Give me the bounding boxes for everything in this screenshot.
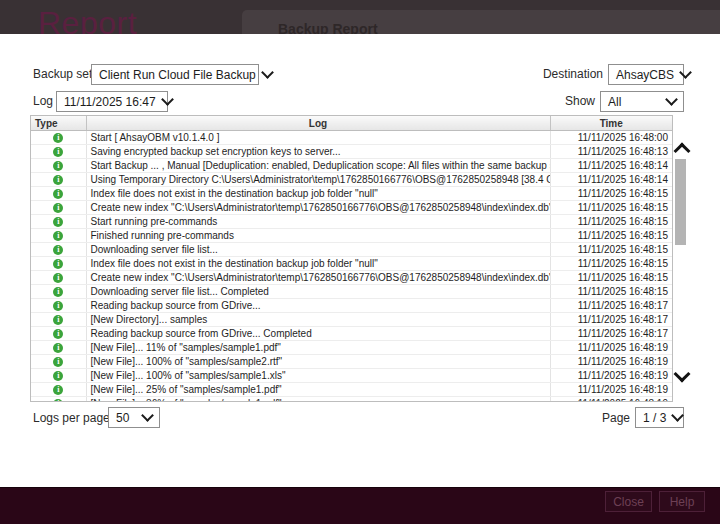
destination-value: AhsayCBS xyxy=(616,68,674,82)
log-cell: Using Temporary Directory C:\Users\Admin… xyxy=(86,173,550,187)
log-cell: Downloading server file list... Complete… xyxy=(86,285,550,299)
info-icon: i xyxy=(53,315,63,325)
type-cell: i xyxy=(31,173,86,187)
info-icon: i xyxy=(53,301,63,311)
info-icon: i xyxy=(53,343,63,353)
chevron-down-icon xyxy=(141,409,154,422)
type-cell: i xyxy=(31,327,86,341)
log-cell: Saving encrypted backup set encryption k… xyxy=(86,145,550,159)
log-table-body: iStart [ AhsayOBM v10.1.4.0 ]11/11/2025 … xyxy=(31,131,672,403)
time-cell: 11/11/2025 16:48:15 xyxy=(550,271,672,285)
backup-set-value: Client Run Cloud File Backup xyxy=(99,68,256,82)
time-cell: 11/11/2025 16:48:15 xyxy=(550,201,672,215)
table-header-row: Type Log Time xyxy=(31,116,672,131)
log-cell: [New File]... 36% of "samples/sample1.pd… xyxy=(86,397,550,403)
table-row: iReading backup source from GDrive... Co… xyxy=(31,327,672,341)
time-cell: 11/11/2025 16:48:00 xyxy=(550,131,672,145)
time-cell: 11/11/2025 16:48:15 xyxy=(550,215,672,229)
destination-select[interactable]: AhsayCBS xyxy=(608,64,684,85)
backup-report-dialog: Backup set Client Run Cloud File Backup … xyxy=(0,34,720,487)
log-cell: [New Directory]... samples xyxy=(86,313,550,327)
screen: Report Backup Report Backup set Client R… xyxy=(0,0,720,524)
time-cell: 11/11/2025 16:48:14 xyxy=(550,159,672,173)
background-page-header: Report Backup Report xyxy=(0,0,720,34)
info-icon: i xyxy=(53,147,63,157)
table-row: i[New File]... 100% of "samples/sample2.… xyxy=(31,355,672,369)
info-icon: i xyxy=(53,273,63,283)
dialog-footer: Close xyxy=(0,438,720,487)
table-row: iIndex file does not exist in the destin… xyxy=(31,257,672,271)
log-label: Log xyxy=(33,91,53,112)
info-icon: i xyxy=(53,133,63,143)
tab-backup-report[interactable]: Backup Report xyxy=(278,21,378,34)
time-cell: 11/11/2025 16:48:17 xyxy=(550,327,672,341)
background-help-button[interactable]: Help xyxy=(659,491,705,512)
type-cell: i xyxy=(31,145,86,159)
type-cell: i xyxy=(31,257,86,271)
log-cell: Index file does not exist in the destina… xyxy=(86,187,550,201)
time-cell: 11/11/2025 16:48:15 xyxy=(550,229,672,243)
backup-set-label: Backup set xyxy=(33,64,92,85)
show-select[interactable]: All xyxy=(600,91,684,112)
info-icon: i xyxy=(53,399,63,403)
log-value: 11/11/2025 16:47 xyxy=(64,95,156,109)
type-cell: i xyxy=(31,243,86,257)
type-cell: i xyxy=(31,187,86,201)
info-icon: i xyxy=(53,175,63,185)
log-cell: Reading backup source from GDrive... Com… xyxy=(86,327,550,341)
background-page-footer: Close Help xyxy=(0,487,720,524)
log-cell: Finished running pre-commands xyxy=(86,229,550,243)
column-header-type: Type xyxy=(31,116,86,131)
table-row: iIndex file does not exist in the destin… xyxy=(31,187,672,201)
info-icon: i xyxy=(53,259,63,269)
background-close-button[interactable]: Close xyxy=(605,491,652,512)
table-row: i[New File]... 11% of "samples/sample1.p… xyxy=(31,341,672,355)
page-value: 1 / 3 xyxy=(643,411,666,425)
table-row: i[New File]... 25% of "samples/sample1.p… xyxy=(31,383,672,397)
backup-set-select[interactable]: Client Run Cloud File Backup xyxy=(91,64,259,85)
type-cell: i xyxy=(31,397,86,403)
time-cell: 11/11/2025 16:48:19 xyxy=(550,369,672,383)
show-label: Show xyxy=(540,91,595,112)
logs-per-page-select[interactable]: 50 xyxy=(108,407,160,428)
scroll-up-icon[interactable] xyxy=(674,143,691,160)
log-cell: Create new index "C:\Users\Administrator… xyxy=(86,271,550,285)
time-cell: 11/11/2025 16:48:19 xyxy=(550,397,672,403)
page-title: Report xyxy=(38,5,137,34)
info-icon: i xyxy=(53,357,63,367)
table-row: iReading backup source from GDrive...11/… xyxy=(31,299,672,313)
type-cell: i xyxy=(31,313,86,327)
logs-per-page-value: 50 xyxy=(116,411,129,425)
table-row: iStart Backup ... , Manual [Deduplicatio… xyxy=(31,159,672,173)
time-cell: 11/11/2025 16:48:19 xyxy=(550,383,672,397)
chevron-down-icon xyxy=(665,93,678,106)
scrollbar-thumb[interactable] xyxy=(675,159,686,245)
log-cell: [New File]... 100% of "samples/sample1.x… xyxy=(86,369,550,383)
info-icon: i xyxy=(53,231,63,241)
info-icon: i xyxy=(53,329,63,339)
page-select[interactable]: 1 / 3 xyxy=(635,407,684,428)
type-cell: i xyxy=(31,355,86,369)
logs-per-page-label: Logs per page xyxy=(33,408,110,429)
page-label: Page xyxy=(583,408,630,429)
close-button[interactable]: Close xyxy=(657,451,707,476)
type-cell: i xyxy=(31,271,86,285)
log-cell: [New File]... 25% of "samples/sample1.pd… xyxy=(86,383,550,397)
time-cell: 11/11/2025 16:48:17 xyxy=(550,299,672,313)
log-select[interactable]: 11/11/2025 16:47 xyxy=(56,91,168,112)
log-cell: [New File]... 100% of "samples/sample2.r… xyxy=(86,355,550,369)
table-row: iStart [ AhsayOBM v10.1.4.0 ]11/11/2025 … xyxy=(31,131,672,145)
log-cell: Index file does not exist in the destina… xyxy=(86,257,550,271)
info-icon: i xyxy=(53,245,63,255)
table-row: iDownloading server file list... Complet… xyxy=(31,285,672,299)
scroll-down-icon[interactable] xyxy=(674,366,691,383)
chevron-down-icon xyxy=(261,66,274,79)
table-scrollbar[interactable] xyxy=(673,115,690,402)
type-cell: i xyxy=(31,159,86,173)
info-icon: i xyxy=(53,371,63,381)
show-value: All xyxy=(608,95,621,109)
type-cell: i xyxy=(31,229,86,243)
time-cell: 11/11/2025 16:48:15 xyxy=(550,187,672,201)
type-cell: i xyxy=(31,369,86,383)
table-row: iSaving encrypted backup set encryption … xyxy=(31,145,672,159)
